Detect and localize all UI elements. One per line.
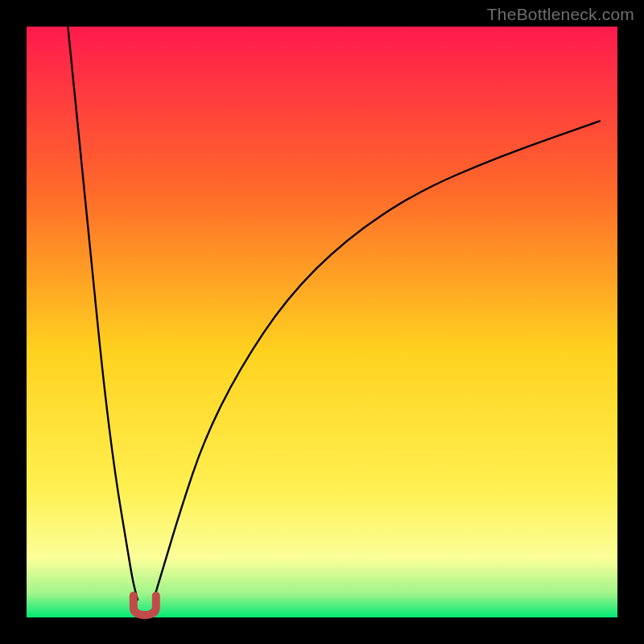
plot-frame-left <box>0 0 27 644</box>
plot-frame-bottom <box>0 617 644 644</box>
plot-frame-right <box>617 0 644 644</box>
plot-background <box>27 27 617 617</box>
chart-stage: TheBottleneck.com <box>0 0 644 644</box>
chart-svg <box>0 0 644 644</box>
watermark-text: TheBottleneck.com <box>487 5 634 24</box>
